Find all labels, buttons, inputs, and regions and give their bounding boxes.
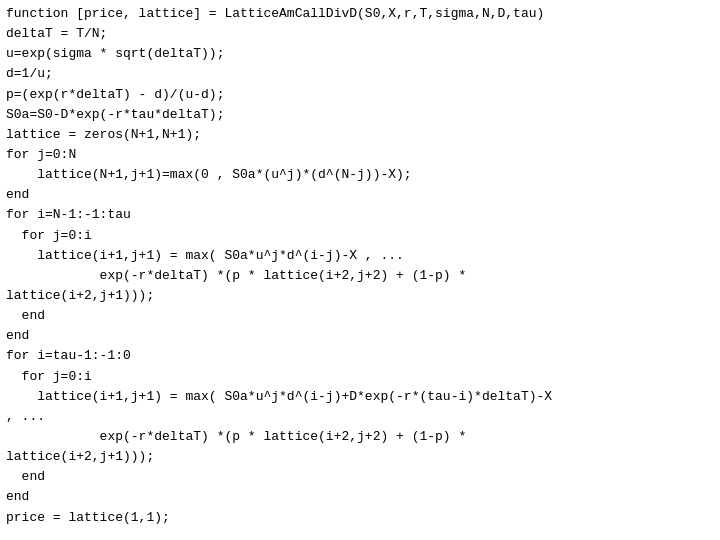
- code-line: end: [6, 487, 714, 507]
- code-line: for j=0:i: [6, 226, 714, 246]
- code-line: for j=0:N: [6, 145, 714, 165]
- code-editor: function [price, lattice] = LatticeAmCal…: [0, 0, 720, 540]
- code-line: for i=tau-1:-1:0: [6, 346, 714, 366]
- code-line: , ...: [6, 407, 714, 427]
- code-line: for i=N-1:-1:tau: [6, 205, 714, 225]
- code-line: function [price, lattice] = LatticeAmCal…: [6, 4, 714, 24]
- code-line: deltaT = T/N;: [6, 24, 714, 44]
- code-line: p=(exp(r*deltaT) - d)/(u-d);: [6, 85, 714, 105]
- code-line: exp(-r*deltaT) *(p * lattice(i+2,j+2) + …: [6, 427, 714, 447]
- code-line: S0a=S0-D*exp(-r*tau*deltaT);: [6, 105, 714, 125]
- code-line: for j=0:i: [6, 367, 714, 387]
- code-line: lattice(i+1,j+1) = max( S0a*u^j*d^(i-j)+…: [6, 387, 714, 407]
- code-line: end: [6, 326, 714, 346]
- code-line: lattice(i+2,j+1)));: [6, 286, 714, 306]
- code-line: end: [6, 467, 714, 487]
- code-line: lattice(i+1,j+1) = max( S0a*u^j*d^(i-j)-…: [6, 246, 714, 266]
- code-line: u=exp(sigma * sqrt(deltaT));: [6, 44, 714, 64]
- code-line: end: [6, 185, 714, 205]
- code-line: exp(-r*deltaT) *(p * lattice(i+2,j+2) + …: [6, 266, 714, 286]
- code-line: d=1/u;: [6, 64, 714, 84]
- code-line: lattice(N+1,j+1)=max(0 , S0a*(u^j)*(d^(N…: [6, 165, 714, 185]
- code-line: lattice = zeros(N+1,N+1);: [6, 125, 714, 145]
- code-line: lattice(i+2,j+1)));: [6, 447, 714, 467]
- code-line: end: [6, 306, 714, 326]
- code-line: price = lattice(1,1);: [6, 508, 714, 528]
